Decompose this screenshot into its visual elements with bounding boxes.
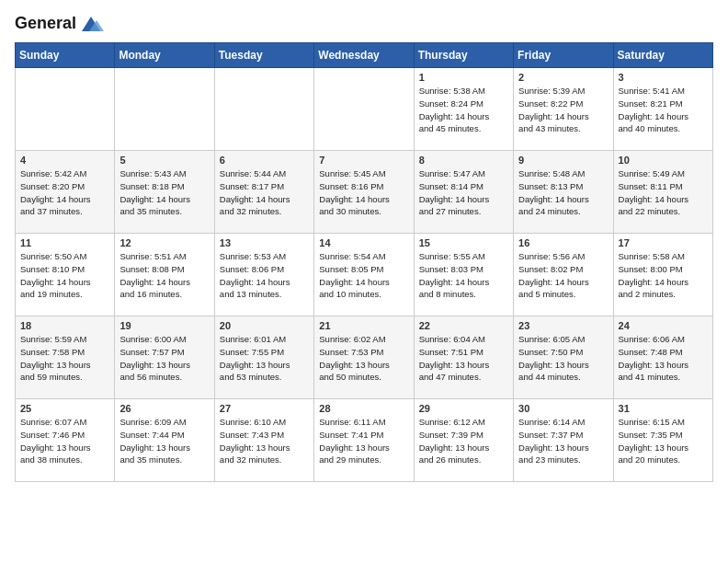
calendar-cell — [314, 68, 414, 151]
calendar-cell: 19Sunrise: 6:00 AMSunset: 7:57 PMDayligh… — [115, 316, 214, 399]
calendar-cell: 12Sunrise: 5:51 AMSunset: 8:08 PMDayligh… — [115, 234, 214, 316]
day-number: 12 — [119, 237, 209, 248]
day-number: 9 — [518, 155, 608, 166]
day-info: Sunrise: 5:44 AMSunset: 8:17 PMDaylight:… — [220, 167, 309, 218]
calendar-cell: 18Sunrise: 5:59 AMSunset: 7:58 PMDayligh… — [16, 316, 115, 399]
calendar-cell: 23Sunrise: 6:05 AMSunset: 7:50 PMDayligh… — [514, 316, 613, 399]
day-number: 31 — [619, 403, 708, 414]
day-number: 4 — [20, 155, 109, 166]
calendar-cell — [115, 68, 214, 151]
day-number: 15 — [419, 237, 508, 248]
day-number: 16 — [518, 237, 608, 248]
header-saturday: Saturday — [613, 43, 712, 68]
day-info: Sunrise: 5:59 AMSunset: 7:58 PMDaylight:… — [20, 333, 109, 384]
day-info: Sunrise: 6:11 AMSunset: 7:41 PMDaylight:… — [319, 416, 408, 466]
day-info: Sunrise: 6:06 AMSunset: 7:48 PMDaylight:… — [619, 333, 708, 384]
calendar-cell: 21Sunrise: 6:02 AMSunset: 7:53 PMDayligh… — [314, 316, 414, 399]
calendar-cell: 31Sunrise: 6:15 AMSunset: 7:35 PMDayligh… — [613, 399, 712, 482]
day-number: 29 — [419, 403, 508, 414]
day-info: Sunrise: 6:09 AMSunset: 7:44 PMDaylight:… — [119, 416, 209, 466]
day-info: Sunrise: 5:58 AMSunset: 8:00 PMDaylight:… — [619, 250, 708, 301]
day-info: Sunrise: 6:10 AMSunset: 7:43 PMDaylight:… — [220, 416, 309, 466]
day-number: 30 — [518, 403, 608, 414]
calendar-week-0: 1Sunrise: 5:38 AMSunset: 8:24 PMDaylight… — [16, 68, 713, 151]
header-sunday: Sunday — [16, 43, 115, 68]
day-info: Sunrise: 6:05 AMSunset: 7:50 PMDaylight:… — [518, 333, 608, 384]
day-number: 27 — [220, 403, 309, 414]
calendar-cell: 27Sunrise: 6:10 AMSunset: 7:43 PMDayligh… — [214, 399, 313, 482]
calendar-cell: 3Sunrise: 5:41 AMSunset: 8:21 PMDaylight… — [613, 68, 712, 151]
header-friday: Friday — [514, 43, 613, 68]
day-number: 26 — [119, 403, 209, 414]
day-info: Sunrise: 6:15 AMSunset: 7:35 PMDaylight:… — [619, 416, 708, 466]
calendar-header-row: SundayMondayTuesdayWednesdayThursdayFrid… — [16, 43, 713, 68]
day-info: Sunrise: 5:49 AMSunset: 8:11 PMDaylight:… — [619, 167, 708, 218]
day-info: Sunrise: 5:38 AMSunset: 8:24 PMDaylight:… — [419, 85, 508, 135]
day-number: 1 — [419, 72, 508, 83]
calendar-week-3: 18Sunrise: 5:59 AMSunset: 7:58 PMDayligh… — [16, 316, 713, 399]
day-number: 24 — [619, 320, 708, 331]
calendar-cell: 9Sunrise: 5:48 AMSunset: 8:13 PMDaylight… — [514, 151, 613, 234]
day-info: Sunrise: 5:43 AMSunset: 8:18 PMDaylight:… — [119, 167, 209, 218]
logo-text: General — [15, 15, 76, 33]
day-info: Sunrise: 5:56 AMSunset: 8:02 PMDaylight:… — [518, 250, 608, 301]
day-info: Sunrise: 5:54 AMSunset: 8:05 PMDaylight:… — [319, 250, 408, 301]
calendar-week-2: 11Sunrise: 5:50 AMSunset: 8:10 PMDayligh… — [16, 234, 713, 316]
day-info: Sunrise: 5:50 AMSunset: 8:10 PMDaylight:… — [20, 250, 109, 301]
day-number: 17 — [619, 237, 708, 248]
header-thursday: Thursday — [414, 43, 513, 68]
day-info: Sunrise: 5:39 AMSunset: 8:22 PMDaylight:… — [518, 85, 608, 135]
header-wednesday: Wednesday — [314, 43, 414, 68]
day-info: Sunrise: 5:51 AMSunset: 8:08 PMDaylight:… — [119, 250, 209, 301]
day-info: Sunrise: 5:47 AMSunset: 8:14 PMDaylight:… — [419, 167, 508, 218]
calendar-cell: 4Sunrise: 5:42 AMSunset: 8:20 PMDaylight… — [16, 151, 115, 234]
calendar-cell: 11Sunrise: 5:50 AMSunset: 8:10 PMDayligh… — [16, 234, 115, 316]
day-number: 25 — [20, 403, 109, 414]
calendar-cell: 26Sunrise: 6:09 AMSunset: 7:44 PMDayligh… — [115, 399, 214, 482]
day-number: 7 — [319, 155, 408, 166]
day-number: 10 — [619, 155, 708, 166]
calendar-cell: 8Sunrise: 5:47 AMSunset: 8:14 PMDaylight… — [414, 151, 513, 234]
day-info: Sunrise: 6:14 AMSunset: 7:37 PMDaylight:… — [518, 416, 608, 466]
day-number: 23 — [518, 320, 608, 331]
header-tuesday: Tuesday — [214, 43, 313, 68]
day-number: 5 — [119, 155, 209, 166]
day-number: 3 — [619, 72, 708, 83]
day-number: 21 — [319, 320, 408, 331]
day-info: Sunrise: 5:53 AMSunset: 8:06 PMDaylight:… — [220, 250, 309, 301]
day-info: Sunrise: 5:48 AMSunset: 8:13 PMDaylight:… — [518, 167, 608, 218]
page-header: General — [15, 15, 713, 33]
calendar-cell — [214, 68, 313, 151]
day-number: 28 — [319, 403, 408, 414]
day-number: 18 — [20, 320, 109, 331]
day-number: 2 — [518, 72, 608, 83]
day-info: Sunrise: 6:04 AMSunset: 7:51 PMDaylight:… — [419, 333, 508, 384]
logo-icon — [78, 15, 104, 33]
calendar-cell — [16, 68, 115, 151]
calendar-cell: 24Sunrise: 6:06 AMSunset: 7:48 PMDayligh… — [613, 316, 712, 399]
calendar-cell: 2Sunrise: 5:39 AMSunset: 8:22 PMDaylight… — [514, 68, 613, 151]
calendar-week-4: 25Sunrise: 6:07 AMSunset: 7:46 PMDayligh… — [16, 399, 713, 482]
calendar-cell: 16Sunrise: 5:56 AMSunset: 8:02 PMDayligh… — [514, 234, 613, 316]
day-number: 11 — [20, 237, 109, 248]
day-number: 14 — [319, 237, 408, 248]
calendar-cell: 29Sunrise: 6:12 AMSunset: 7:39 PMDayligh… — [414, 399, 513, 482]
calendar-cell: 1Sunrise: 5:38 AMSunset: 8:24 PMDaylight… — [414, 68, 513, 151]
calendar-cell: 7Sunrise: 5:45 AMSunset: 8:16 PMDaylight… — [314, 151, 414, 234]
day-info: Sunrise: 6:02 AMSunset: 7:53 PMDaylight:… — [319, 333, 408, 384]
calendar-cell: 28Sunrise: 6:11 AMSunset: 7:41 PMDayligh… — [314, 399, 414, 482]
calendar-cell: 14Sunrise: 5:54 AMSunset: 8:05 PMDayligh… — [314, 234, 414, 316]
day-info: Sunrise: 5:41 AMSunset: 8:21 PMDaylight:… — [619, 85, 708, 135]
day-info: Sunrise: 5:45 AMSunset: 8:16 PMDaylight:… — [319, 167, 408, 218]
day-number: 20 — [220, 320, 309, 331]
calendar-cell: 15Sunrise: 5:55 AMSunset: 8:03 PMDayligh… — [414, 234, 513, 316]
calendar-cell: 17Sunrise: 5:58 AMSunset: 8:00 PMDayligh… — [613, 234, 712, 316]
day-info: Sunrise: 6:07 AMSunset: 7:46 PMDaylight:… — [20, 416, 109, 466]
day-info: Sunrise: 6:12 AMSunset: 7:39 PMDaylight:… — [419, 416, 508, 466]
day-info: Sunrise: 5:55 AMSunset: 8:03 PMDaylight:… — [419, 250, 508, 301]
calendar-cell: 25Sunrise: 6:07 AMSunset: 7:46 PMDayligh… — [16, 399, 115, 482]
calendar-cell: 6Sunrise: 5:44 AMSunset: 8:17 PMDaylight… — [214, 151, 313, 234]
calendar-week-1: 4Sunrise: 5:42 AMSunset: 8:20 PMDaylight… — [16, 151, 713, 234]
calendar-cell: 30Sunrise: 6:14 AMSunset: 7:37 PMDayligh… — [514, 399, 613, 482]
calendar-table: SundayMondayTuesdayWednesdayThursdayFrid… — [15, 42, 713, 482]
